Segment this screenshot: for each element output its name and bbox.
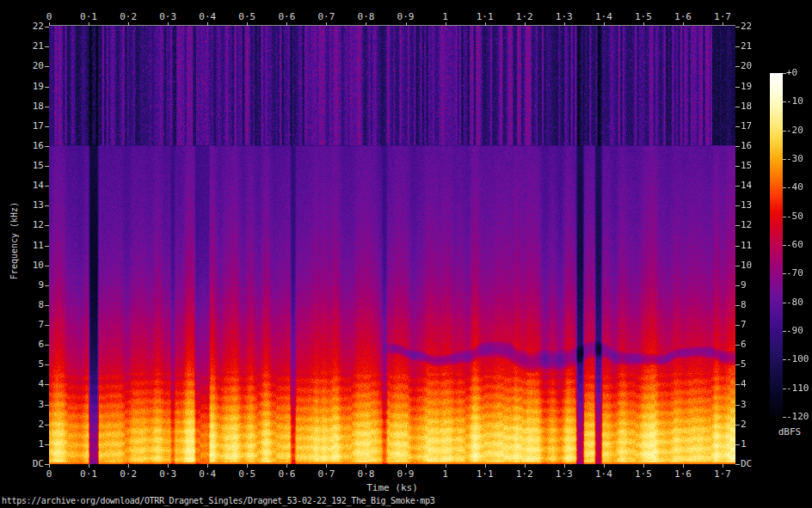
freq-tick-mark-right — [735, 186, 740, 187]
time-tick-mark-top — [604, 22, 605, 26]
time-tick-mark-bottom — [168, 464, 169, 468]
freq-tick-mark-left — [45, 126, 49, 127]
freq-tick-label-right: 8 — [741, 299, 775, 310]
freq-tick-mark-right — [735, 345, 740, 346]
colorbar-tick-mark — [783, 73, 786, 74]
freq-tick-mark-right — [735, 146, 740, 147]
time-tick-mark-top — [49, 22, 50, 26]
freq-tick-label-right: 12 — [741, 219, 775, 230]
time-tick-mark-top — [366, 22, 366, 26]
freq-tick-mark-left — [45, 345, 49, 346]
freq-tick-mark-left — [45, 405, 49, 406]
freq-tick-mark-left — [45, 384, 49, 385]
freq-tick-mark-left — [45, 146, 49, 147]
colorbar-tick-mark — [783, 359, 786, 360]
time-tick-mark-bottom — [406, 464, 407, 468]
time-tick-mark-top — [683, 22, 684, 26]
freq-tick-mark-right — [735, 305, 740, 306]
x-axis-label: Time (ks) — [49, 482, 735, 493]
freq-tick-label-right: 1 — [741, 438, 775, 450]
freq-tick-mark-right — [735, 384, 740, 385]
freq-tick-label-left: 3 — [0, 399, 44, 410]
freq-tick-label-left: 5 — [0, 358, 44, 370]
freq-tick-mark-left — [45, 285, 49, 286]
freq-tick-label-left: 13 — [0, 199, 44, 211]
time-tick-mark-top — [286, 22, 287, 26]
freq-tick-mark-right — [735, 444, 740, 445]
freq-tick-label-right: 18 — [741, 101, 775, 112]
colorbar-tick-mark — [783, 131, 786, 132]
freq-tick-label-left: 16 — [0, 140, 44, 151]
colorbar-tick-mark — [783, 389, 786, 389]
freq-tick-mark-left — [45, 107, 49, 107]
freq-tick-mark-right — [735, 66, 740, 67]
time-tick-mark-bottom — [643, 464, 644, 468]
freq-tick-mark-left — [45, 66, 49, 67]
colorbar-tick-label: -60 — [786, 239, 812, 250]
freq-tick-label-left: 12 — [0, 219, 44, 230]
freq-tick-mark-right — [735, 464, 740, 465]
freq-tick-label-left: 7 — [0, 319, 44, 330]
colorbar-tick-label: -80 — [786, 297, 812, 308]
colorbar-tick-label: -120 — [786, 411, 812, 422]
time-tick-mark-top — [406, 22, 407, 26]
freq-tick-label-right: 17 — [741, 120, 775, 132]
time-tick-mark-bottom — [247, 464, 248, 468]
freq-tick-label-right: 6 — [741, 339, 775, 350]
freq-tick-label-left: 9 — [0, 279, 44, 291]
freq-tick-label-left: 10 — [0, 260, 44, 271]
freq-tick-label-left: 4 — [0, 378, 44, 389]
freq-tick-mark-right — [735, 225, 740, 226]
colorbar-tick-label: +0 — [786, 67, 812, 78]
freq-tick-mark-left — [45, 87, 49, 88]
freq-tick-mark-left — [45, 205, 49, 206]
freq-tick-mark-left — [45, 246, 49, 247]
freq-tick-mark-left — [45, 225, 49, 226]
freq-tick-mark-right — [735, 266, 740, 266]
freq-tick-label-right: 20 — [741, 60, 775, 71]
time-tick-mark-bottom — [128, 464, 129, 468]
time-tick-mark-top — [326, 22, 327, 26]
freq-tick-label-right: 14 — [741, 180, 775, 191]
freq-tick-mark-right — [735, 285, 740, 286]
time-tick-mark-top — [564, 22, 565, 26]
freq-tick-label-right: DC — [741, 458, 775, 469]
time-tick-mark-bottom — [683, 464, 684, 468]
time-tick-mark-bottom — [49, 464, 50, 468]
freq-tick-label-right: 4 — [741, 378, 775, 389]
time-tick-mark-bottom — [525, 464, 526, 468]
freq-tick-label-left: 19 — [0, 81, 44, 92]
freq-tick-label-left: 2 — [0, 419, 44, 430]
time-tick-mark-bottom — [564, 464, 565, 468]
time-tick-label-bottom: 1·7 — [698, 468, 747, 480]
freq-tick-label-right: 22 — [741, 21, 775, 32]
colorbar-tick-mark — [783, 331, 786, 332]
freq-tick-label-right: 7 — [741, 319, 775, 330]
freq-tick-mark-left — [45, 305, 49, 306]
freq-tick-label-right: 13 — [741, 199, 775, 211]
colorbar-tick-label: -10 — [786, 95, 812, 107]
spectrogram-window: Frequency (kHz) Time (ks) dBFS https://a… — [0, 0, 812, 508]
time-tick-mark-bottom — [723, 464, 723, 468]
freq-tick-mark-left — [45, 425, 49, 425]
freq-tick-mark-left — [45, 444, 49, 445]
colorbar-tick-mark — [783, 217, 786, 217]
freq-tick-label-left: 15 — [0, 160, 44, 171]
time-tick-mark-top — [723, 22, 723, 26]
time-tick-mark-bottom — [366, 464, 366, 468]
time-tick-mark-bottom — [207, 464, 208, 468]
time-tick-mark-top — [446, 22, 446, 26]
time-tick-mark-bottom — [326, 464, 327, 468]
freq-tick-label-left: 14 — [0, 180, 44, 191]
freq-tick-mark-right — [735, 364, 740, 365]
time-tick-mark-top — [168, 22, 169, 26]
freq-tick-label-left: DC — [0, 458, 44, 469]
freq-tick-mark-right — [735, 205, 740, 206]
time-tick-mark-bottom — [446, 464, 446, 468]
time-tick-mark-bottom — [89, 464, 89, 468]
colorbar-tick-label: -20 — [786, 125, 812, 136]
colorbar-tick-label: -70 — [786, 267, 812, 278]
colorbar-tick-mark — [783, 187, 786, 188]
freq-tick-label-right: 19 — [741, 81, 775, 92]
colorbar-tick-label: -90 — [786, 325, 812, 336]
